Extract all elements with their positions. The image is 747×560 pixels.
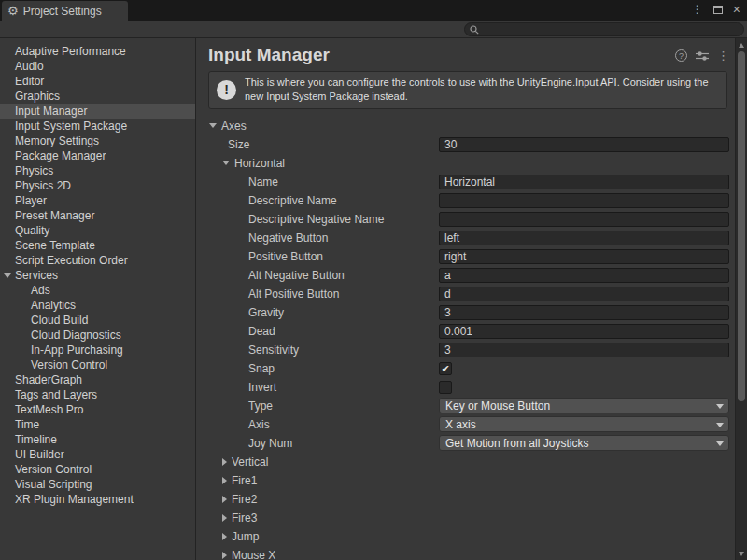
property-label: Size [228,138,439,151]
scrollbar-thumb[interactable] [738,51,745,401]
property-row-dead: Dead [196,322,735,341]
preset-icon[interactable] [696,50,709,62]
sidebar-item-xr-plugin-management[interactable]: XR Plugin Management [0,492,195,507]
dropdown-value: X axis [445,418,476,431]
foldout-label[interactable]: Fire3 [232,511,257,525]
foldout-label[interactable]: Mouse X [232,549,275,560]
property-label: Invert [248,381,439,394]
sidebar-item-ui-builder[interactable]: UI Builder [0,447,195,462]
property-row-invert: Invert [196,378,735,397]
sidebar-item-physics[interactable]: Physics [0,163,195,178]
sidebar-item-input-system-package[interactable]: Input System Package [0,119,195,133]
foldout-label[interactable]: Fire2 [232,493,257,506]
sidebar-item-label: Preset Manager [15,209,94,222]
sidebar-item-label: ShaderGraph [15,373,82,386]
text-field-gravity[interactable] [439,305,729,320]
text-field-alt-positive-button[interactable] [439,287,729,301]
tab-project-settings[interactable]: ⚙ Project Settings [2,1,128,21]
property-row-descriptive-negative-name: Descriptive Negative Name [196,210,735,229]
foldout-fire2: Fire2 [196,490,735,509]
sidebar-item-visual-scripting[interactable]: Visual Scripting [0,477,195,492]
vertical-scrollbar[interactable] [735,38,747,560]
sidebar-item-graphics[interactable]: Graphics [0,89,195,104]
foldout-fire1: Fire1 [196,471,735,490]
property-label: Axis [248,418,439,431]
sidebar-item-quality[interactable]: Quality [0,223,195,238]
sidebar-item-tags-and-layers[interactable]: Tags and Layers [0,387,195,402]
sidebar-item-ads[interactable]: Ads [0,283,195,298]
dropdown-joy-num[interactable]: Get Motion from all Joysticks [439,435,729,451]
sidebar-item-player[interactable]: Player [0,193,195,208]
dropdown-axis[interactable]: X axis [439,416,729,432]
window-menu-icon[interactable]: ⋮ [692,4,703,15]
text-field-dead[interactable] [439,324,729,339]
foldout-arrow-icon[interactable] [222,161,230,165]
sidebar-item-cloud-diagnostics[interactable]: Cloud Diagnostics [0,328,195,343]
sidebar-item-editor[interactable]: Editor [0,74,195,89]
help-box: ! This is where you can configure the co… [208,71,727,109]
sidebar-item-memory-settings[interactable]: Memory Settings [0,133,195,148]
sidebar-item-adaptive-performance[interactable]: Adaptive Performance [0,44,195,59]
help-icon[interactable]: ? [675,49,687,62]
sidebar-item-label: XR Plugin Management [15,493,134,506]
page-title: Input Manager [208,45,735,65]
foldout-label[interactable]: Axes [221,119,247,133]
text-field-sensitivity[interactable] [439,343,729,357]
sidebar-item-input-manager[interactable]: Input Manager [0,104,195,119]
sidebar-item-in-app-purchasing[interactable]: In-App Purchasing [0,343,195,357]
dropdown-type[interactable]: Key or Mouse Button [439,398,729,413]
foldout-label[interactable]: Horizontal [234,157,285,170]
text-field-positive-button[interactable] [439,249,729,264]
foldout-arrow-icon[interactable] [222,514,227,522]
context-menu-icon[interactable]: ⋮ [717,49,729,62]
foldout-label[interactable]: Vertical [232,455,268,469]
text-field-descriptive-name[interactable] [439,193,729,208]
maximize-icon[interactable] [713,6,723,14]
sidebar-item-version-control[interactable]: Version Control [0,357,195,372]
checkbox-snap[interactable]: ✔ [439,362,452,375]
foldout-label[interactable]: Jump [232,530,259,543]
foldout-label[interactable]: Fire1 [232,474,257,487]
text-field-size[interactable] [439,137,729,152]
sidebar-item-label: Script Execution Order [15,254,128,267]
sidebar-item-audio[interactable]: Audio [0,59,195,74]
sidebar-item-package-manager[interactable]: Package Manager [0,148,195,163]
sidebar-item-label: Memory Settings [15,134,99,147]
property-label: Name [248,175,439,189]
property-label: Type [248,399,439,413]
foldout-arrow-icon[interactable] [222,496,227,503]
checkbox-invert[interactable] [439,381,452,394]
text-field-descriptive-negative-name[interactable] [439,212,729,227]
sidebar-item-label: Package Manager [15,149,106,162]
search-field[interactable] [464,22,744,36]
foldout-arrow-icon[interactable] [222,477,227,484]
property-row-name: Name [196,173,735,191]
text-field-name[interactable] [439,175,729,189]
sidebar-item-version-control[interactable]: Version Control [0,462,195,477]
foldout-arrow-icon[interactable] [222,533,227,540]
sidebar-item-cloud-build[interactable]: Cloud Build [0,313,195,328]
search-input[interactable] [483,24,739,35]
foldout-arrow-icon[interactable] [209,123,217,128]
sidebar-item-analytics[interactable]: Analytics [0,298,195,313]
text-field-alt-negative-button[interactable] [439,268,729,283]
foldout-arrow-icon[interactable] [4,273,11,278]
scroll-down-arrow-icon[interactable] [736,548,747,559]
foldout-arrow-icon[interactable] [222,552,227,559]
close-icon[interactable]: × [733,3,740,16]
sidebar-item-physics-2d[interactable]: Physics 2D [0,178,195,193]
sidebar-item-label: Version Control [31,358,107,371]
sidebar-item-scene-template[interactable]: Scene Template [0,238,195,253]
sidebar-item-shadergraph[interactable]: ShaderGraph [0,372,195,387]
sidebar-item-preset-manager[interactable]: Preset Manager [0,208,195,223]
sidebar-item-services[interactable]: Services [0,268,195,283]
text-field-negative-button[interactable] [439,231,729,245]
sidebar-item-time[interactable]: Time [0,417,195,432]
sidebar-item-textmesh-pro[interactable]: TextMesh Pro [0,402,195,417]
sidebar-item-timeline[interactable]: Timeline [0,432,195,447]
foldout-horizontal: Horizontal [196,154,735,173]
foldout-arrow-icon[interactable] [222,458,227,466]
sidebar-item-script-execution-order[interactable]: Script Execution Order [0,253,195,268]
scroll-up-arrow-icon[interactable] [736,39,747,50]
sidebar-item-label: Timeline [15,433,57,446]
